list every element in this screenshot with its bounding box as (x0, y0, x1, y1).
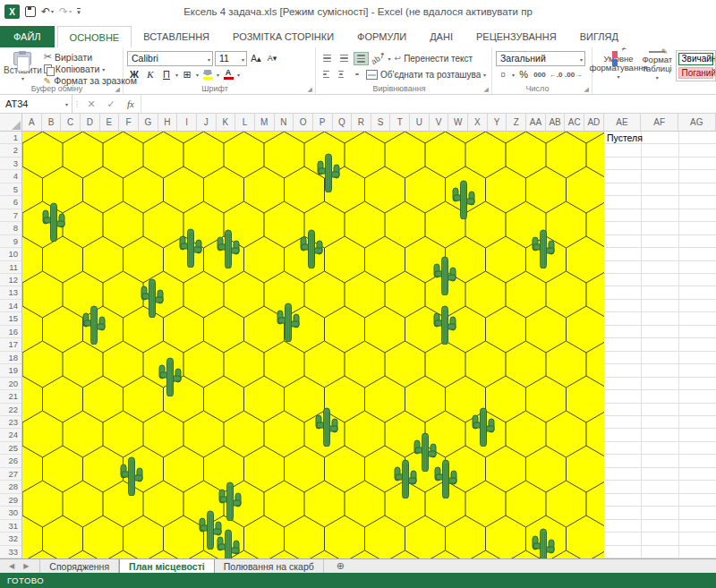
save-button[interactable] (25, 6, 36, 17)
conditional-formatting-dropdown-icon[interactable]: ▾ (617, 72, 619, 81)
increase-decimal-button[interactable]: ←.0 (549, 67, 563, 81)
font-dialog-launcher[interactable]: ◢ (308, 86, 312, 92)
column-header-P[interactable]: P (313, 114, 333, 131)
row-header-22[interactable]: 22 (0, 404, 21, 416)
accounting-dropdown-icon[interactable]: ▾ (512, 72, 515, 78)
align-top-button[interactable] (320, 52, 335, 65)
row-header-33[interactable]: 33 (0, 546, 21, 558)
column-header-N[interactable]: N (275, 114, 294, 131)
fill-color-dropdown-icon[interactable]: ▾ (217, 72, 219, 78)
format-as-table-dropdown-icon[interactable]: ▾ (656, 73, 659, 82)
row-header-8[interactable]: 8 (0, 222, 21, 234)
customize-qat-button[interactable]: ▾ (77, 8, 81, 15)
cactus-icon[interactable] (392, 459, 419, 499)
shrink-font-button[interactable]: А▾ (265, 51, 279, 65)
column-header-AF[interactable]: AF (641, 114, 678, 131)
column-header-Q[interactable]: Q (333, 114, 353, 131)
column-header-AD[interactable]: AD (584, 114, 604, 131)
row-header-1[interactable]: 1 (0, 132, 21, 144)
underline-dropdown-icon[interactable]: ▾ (175, 72, 178, 78)
column-header-H[interactable]: H (158, 114, 178, 131)
column-header-AB[interactable]: AB (546, 114, 566, 131)
align-middle-button[interactable] (337, 52, 352, 65)
cancel-button[interactable]: ✕ (81, 95, 101, 113)
name-box-dropdown-icon[interactable]: ▾ (65, 101, 68, 107)
italic-button[interactable]: К (143, 67, 158, 81)
cactus-icon[interactable] (313, 407, 340, 447)
formula-input[interactable] (141, 95, 716, 113)
cactus-icon[interactable] (157, 357, 183, 396)
column-header-O[interactable]: O (294, 114, 313, 131)
font-color-button[interactable]: А (221, 67, 235, 81)
ribbon-tab-вигляд[interactable]: ВИГЛЯД (568, 26, 630, 47)
row-header-28[interactable]: 28 (0, 481, 21, 493)
row-header-3[interactable]: 3 (0, 158, 21, 170)
new-sheet-button[interactable]: ⊕ (324, 559, 357, 573)
row-header-19[interactable]: 19 (0, 364, 21, 377)
ribbon-tab-формули[interactable]: ФОРМУЛИ (345, 26, 418, 47)
ribbon-tab-розмітка сторінки[interactable]: РОЗМІТКА СТОРІНКИ (221, 26, 345, 47)
column-header-V[interactable]: V (430, 114, 449, 131)
enter-button[interactable]: ✓ (101, 95, 121, 113)
copy-dropdown-icon[interactable]: ▾ (102, 66, 105, 72)
cell-ae1[interactable]: Пустеля (607, 132, 643, 144)
insert-function-button[interactable]: fx (121, 95, 141, 113)
alignment-dialog-launcher[interactable]: ◢ (484, 86, 489, 92)
underline-button[interactable]: П (159, 67, 174, 81)
row-header-29[interactable]: 29 (0, 494, 21, 507)
column-header-I[interactable]: I (177, 114, 197, 131)
row-header-30[interactable]: 30 (0, 507, 21, 519)
align-bottom-button[interactable] (354, 52, 369, 65)
ribbon-tab-основне[interactable]: ОСНОВНЕ (57, 26, 132, 47)
ribbon-tab-дані[interactable]: ДАНІ (418, 26, 465, 47)
empty-cells[interactable] (604, 132, 716, 558)
cactus-icon[interactable] (215, 229, 242, 268)
column-header-J[interactable]: J (197, 114, 217, 131)
font-color-dropdown-icon[interactable]: ▾ (237, 72, 240, 78)
cactus-icon[interactable] (470, 407, 497, 447)
paste-button[interactable]: Вставити ▾ (4, 50, 42, 81)
column-header-W[interactable]: W (448, 114, 468, 131)
column-header-A[interactable]: A (22, 114, 42, 131)
orientation-dropdown-icon[interactable]: ▾ (388, 55, 391, 62)
column-header-Y[interactable]: Y (488, 114, 507, 131)
merge-dropdown-icon[interactable]: ▾ (483, 72, 486, 78)
cactus-icon[interactable] (431, 305, 458, 345)
column-header-F[interactable]: F (119, 114, 139, 131)
column-header-AE[interactable]: AE (604, 114, 642, 131)
row-header-14[interactable]: 14 (0, 300, 21, 312)
row-header-20[interactable]: 20 (0, 378, 21, 390)
prev-sheet-button[interactable]: ◀ (9, 562, 14, 570)
cactus-icon[interactable] (81, 305, 107, 345)
cactus-icon[interactable] (315, 153, 342, 192)
fill-color-button[interactable] (200, 67, 215, 81)
comma-style-button[interactable]: 000 (533, 67, 547, 81)
name-box[interactable]: AT34▾ (0, 95, 72, 113)
align-left-button[interactable] (320, 68, 333, 81)
row-header-24[interactable]: 24 (0, 429, 21, 441)
row-header-23[interactable]: 23 (0, 416, 21, 429)
column-header-AA[interactable]: AA (526, 114, 546, 131)
next-sheet-button[interactable]: ▶ (23, 562, 29, 570)
font-size-dropdown-icon[interactable]: ▾ (242, 56, 244, 63)
conditional-formatting-button[interactable]: ≠ Умовне форматування ▾ (596, 50, 641, 81)
cactus-icon[interactable] (530, 528, 557, 558)
row-header-5[interactable]: 5 (0, 183, 21, 196)
cactus-icon[interactable] (298, 229, 325, 268)
merge-center-button[interactable]: Об'єднати та розташувати в центрі▾ (364, 68, 488, 81)
row-header-31[interactable]: 31 (0, 520, 21, 533)
number-dialog-launcher[interactable]: ◢ (584, 86, 589, 92)
select-all-button[interactable] (0, 114, 22, 131)
percent-style-button[interactable]: % (516, 67, 531, 81)
column-header-D[interactable]: D (81, 114, 100, 131)
redo-button[interactable]: ↷▾ (59, 4, 72, 19)
cactus-icon[interactable] (118, 456, 145, 496)
row-header-18[interactable]: 18 (0, 352, 21, 364)
accounting-format-button[interactable]: ¤ (496, 67, 510, 81)
grow-font-button[interactable]: А▴ (249, 51, 263, 65)
cells-area[interactable]: Пустеля (22, 132, 716, 558)
undo-button[interactable]: ↶▾ (41, 4, 54, 19)
row-header-7[interactable]: 7 (0, 209, 21, 222)
cactus-icon[interactable] (450, 180, 477, 219)
cell-style-bad[interactable]: Поганий (678, 67, 713, 80)
